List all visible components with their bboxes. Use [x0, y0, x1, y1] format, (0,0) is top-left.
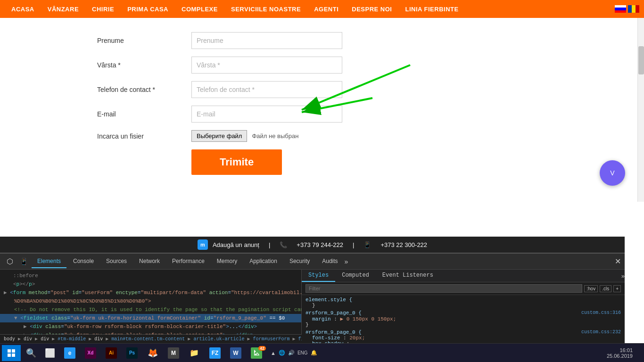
- elem-line-before: ::before: [0, 272, 301, 280]
- devtools-close-button[interactable]: ✕: [615, 257, 621, 266]
- css-prop-margin: margin : ▶ 0 150px 0 150px;: [305, 316, 621, 322]
- add-ad-label[interactable]: Adaugă un anunț: [213, 241, 259, 248]
- taskbar-firefox[interactable]: 🦊: [143, 345, 162, 361]
- devtools-more-button[interactable]: »: [345, 258, 348, 265]
- input-prenume[interactable]: [191, 32, 342, 49]
- css-prop-name-margin: margin: [312, 316, 331, 322]
- elem-line-p: <p></p>: [0, 280, 301, 288]
- taskbar-xd[interactable]: Xd: [81, 345, 100, 361]
- input-varsta[interactable]: [191, 57, 342, 74]
- tab-network[interactable]: Network: [133, 255, 165, 268]
- label-file: Incarca un fisier: [97, 132, 191, 140]
- svg-rect-8: [8, 349, 11, 353]
- devtools-inspect-button[interactable]: ⬡: [4, 255, 16, 268]
- phone1: +373 79 244-222: [297, 241, 343, 248]
- taskbar-word[interactable]: W: [226, 345, 245, 361]
- taskbar-filezilla[interactable]: FZ: [206, 345, 224, 361]
- tray-sound[interactable]: 🔊: [288, 350, 295, 356]
- nav-agenti[interactable]: AGENTI: [307, 6, 345, 13]
- taskbar: 🔍 ⬜ e Xd Ai Ps 🦊 M 📁 FZ W ⛡: [0, 343, 644, 362]
- input-telefon[interactable]: [191, 81, 342, 98]
- search-btn[interactable]: 🔍: [23, 345, 40, 361]
- tab-computed[interactable]: Computed: [335, 270, 376, 282]
- nav-prima-casa[interactable]: PRIMA CASA: [121, 6, 175, 13]
- taskbar-folder[interactable]: 📁: [185, 345, 204, 361]
- elem-line-fieldset[interactable]: ▼ <fieldset class="uk-form uk-form-horiz…: [0, 314, 301, 322]
- taskbar-antivirus[interactable]: ⛡ 42: [247, 345, 266, 361]
- nav-serviciile-noastre[interactable]: SERVICIILE NOASTRE: [224, 6, 307, 13]
- scrollbar-thumb[interactable]: [638, 46, 644, 74]
- label-prenume: Prenume: [97, 37, 191, 44]
- file-no-chosen: Файл не выбран: [252, 132, 298, 140]
- viber-icon: V: [605, 166, 619, 180]
- tray-notification[interactable]: 🔔: [311, 350, 317, 356]
- taskbar-m[interactable]: M: [164, 345, 183, 361]
- css-val-font-size: 20px;: [349, 335, 365, 341]
- tray-lang[interactable]: ENG: [297, 350, 308, 355]
- windows-icon: [8, 349, 15, 357]
- nav-chirie[interactable]: CHIRIE: [85, 6, 121, 13]
- flag-ru[interactable]: [615, 5, 626, 13]
- clock-time: 16:01: [607, 347, 633, 353]
- filter-hov-button[interactable]: :hov: [584, 285, 598, 292]
- breadcrumb: body ▶ div ▶ div ▶ #tm-middle ▶ div ▶ ma…: [0, 334, 302, 343]
- css-prop-font-size: font-size : 20px;: [305, 335, 621, 341]
- svg-rect-9: [12, 349, 15, 353]
- form-row-varsta: Vârsta *: [97, 57, 540, 74]
- label-email: E-mail: [97, 110, 191, 118]
- css-colon-2: :: [343, 335, 349, 341]
- nav-despre-noi[interactable]: DESPRE NOI: [345, 6, 398, 13]
- devtools-device-button[interactable]: 📱: [17, 256, 31, 267]
- styles-more-button[interactable]: »: [621, 272, 625, 280]
- styles-filter-bar: :hov .cls +: [302, 282, 625, 295]
- task-view-btn[interactable]: ⬜: [41, 345, 58, 361]
- css-file-2[interactable]: custom.css:232: [581, 329, 621, 335]
- flag-md[interactable]: [628, 5, 639, 13]
- styles-content: element.style { } #rsform_9_page_0 { cus…: [302, 295, 625, 350]
- taskbar-ps[interactable]: Ps: [123, 345, 141, 361]
- element-style-selector: element.style {: [305, 297, 352, 303]
- tray-arrow[interactable]: ▲: [271, 350, 276, 356]
- tab-elements[interactable]: Elements: [32, 255, 66, 268]
- separator1: |: [269, 241, 270, 248]
- filter-add-button[interactable]: +: [613, 285, 621, 292]
- start-button[interactable]: [2, 345, 21, 361]
- tab-audits[interactable]: Audits: [316, 255, 343, 268]
- element-style-block: element.style { }: [305, 297, 621, 308]
- flags: [615, 5, 639, 13]
- nav-acasa[interactable]: ACASA: [5, 6, 41, 13]
- styles-filter-input[interactable]: [305, 284, 582, 293]
- tab-performance[interactable]: Performance: [166, 255, 210, 268]
- tray-network: 🌐: [279, 350, 285, 356]
- tab-sources[interactable]: Sources: [100, 255, 132, 268]
- taskbar-ai[interactable]: Ai: [102, 345, 121, 361]
- css-rule-1: #rsform_9_page_0 { custom.css:316 margin…: [305, 310, 621, 328]
- tab-memory[interactable]: Memory: [211, 255, 243, 268]
- file-choose-button[interactable]: Выберите файл: [191, 130, 247, 142]
- css-prop-name-font-size: font-size: [312, 335, 340, 341]
- submit-button[interactable]: Trimite: [191, 149, 282, 175]
- taskbar-clock[interactable]: 16:01 25.06.2019: [607, 347, 636, 359]
- tab-styles[interactable]: Styles: [302, 270, 335, 282]
- css-selector-1: #rsform_9_page_0 {: [305, 310, 362, 316]
- element-style-close: }: [305, 303, 315, 308]
- tab-event-listeners[interactable]: Event Listeners: [376, 270, 440, 282]
- devtools-toolbar: ⬡ 📱 Elements Console Sources Network Per…: [0, 254, 625, 270]
- css-file-1[interactable]: custom.css:316: [581, 310, 621, 315]
- input-email[interactable]: [191, 106, 342, 123]
- tab-application[interactable]: Application: [244, 255, 283, 268]
- css-brace-1-close: }: [305, 322, 309, 328]
- phone2: +373 22 300-222: [380, 241, 427, 248]
- clock-date: 25.06.2019: [607, 353, 633, 359]
- taskbar-ie[interactable]: e: [60, 345, 79, 361]
- svg-text:V: V: [610, 169, 615, 177]
- top-navigation: ACASA VÂNZARE CHIRIE PRIMA CASA COMPLEXE…: [0, 0, 644, 18]
- viber-fab-button[interactable]: V: [600, 160, 625, 186]
- tab-console[interactable]: Console: [67, 255, 99, 268]
- filter-cls-button[interactable]: .cls: [600, 285, 611, 292]
- tab-security[interactable]: Security: [284, 255, 315, 268]
- nav-complexe[interactable]: COMPLEXE: [175, 6, 224, 13]
- nav-vanzare[interactable]: VÂNZARE: [41, 6, 85, 13]
- scrollbar-track[interactable]: [637, 18, 644, 202]
- nav-linia-fierbinte[interactable]: LINIA FIERBINTE: [398, 6, 465, 13]
